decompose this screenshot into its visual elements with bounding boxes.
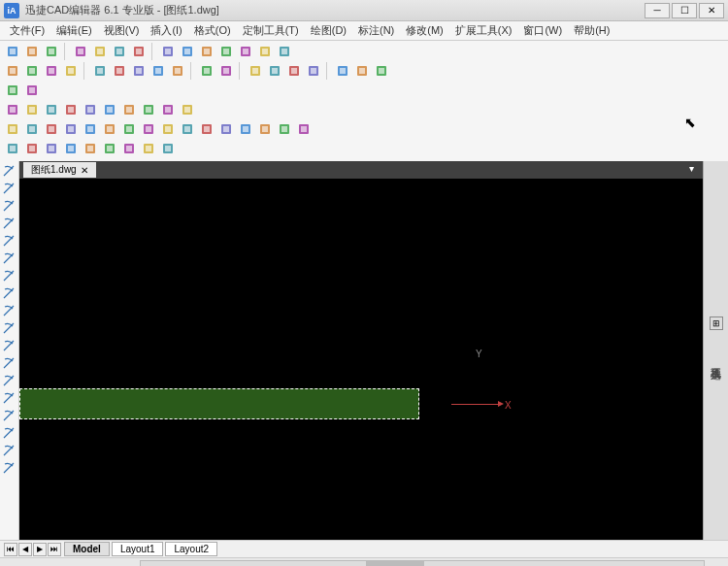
tool-palette-panel[interactable]: ⊞ 工具选项板 [703,161,728,540]
iso1-icon[interactable] [23,120,41,138]
drawing-viewport[interactable]: Y X [19,179,703,540]
folder-icon[interactable] [23,62,41,80]
search-icon[interactable] [82,140,99,157]
hatch-v-icon[interactable] [217,43,235,60]
open-icon[interactable] [23,43,41,60]
shape3-icon[interactable] [285,62,303,80]
hatch-h-icon[interactable] [237,43,254,60]
home-icon[interactable] [305,62,322,80]
dropdown-icon[interactable]: ▾ [689,163,701,175]
eye-icon[interactable] [4,120,21,138]
shape1-icon[interactable] [247,62,264,80]
polyline-icon[interactable] [1,181,17,196]
layout-last-button[interactable]: ⏭ [48,543,61,556]
layer-list-icon[interactable] [23,82,41,99]
cube3-icon[interactable] [140,120,157,138]
maximize-button[interactable]: ☐ [672,3,697,18]
box-icon[interactable] [198,43,215,60]
win4-icon[interactable] [159,140,177,157]
page-icon[interactable] [373,62,390,80]
window-icon[interactable] [4,140,21,157]
array3d-icon[interactable] [120,101,138,118]
menu-window[interactable]: 窗口(W) [517,21,568,40]
files-icon[interactable] [62,62,80,80]
expand-panel-icon[interactable]: ⊞ [710,316,723,330]
print-icon[interactable] [91,43,109,60]
tab-layout1[interactable]: Layout1 [112,542,164,556]
ellipse-arc-icon[interactable] [1,268,17,283]
win1-icon[interactable] [101,140,118,157]
photo-icon[interactable] [198,62,215,80]
tile2-icon[interactable] [43,140,60,157]
cylinder-icon[interactable] [43,101,60,118]
tile1-icon[interactable] [23,140,41,157]
layer1-icon[interactable] [91,62,109,80]
point-icon[interactable] [1,355,17,371]
menu-format[interactable]: 格式(O) [188,21,237,40]
mtext-icon[interactable] [1,460,17,476]
cube1-icon[interactable] [101,120,118,138]
sphere1-icon[interactable] [4,101,21,118]
shape2-icon[interactable] [266,62,283,80]
copy3d-icon[interactable] [101,101,118,118]
torus-icon[interactable] [82,101,99,118]
wcube3-icon[interactable] [198,120,215,138]
camera-icon[interactable] [217,62,235,80]
polygon-icon[interactable] [1,320,17,336]
cube2-icon[interactable] [120,120,138,138]
camera2-icon[interactable] [62,120,80,138]
line-icon[interactable] [1,163,17,179]
menu-file[interactable]: 文件(F) [4,21,50,40]
pentagon-icon[interactable] [1,338,17,353]
text-icon[interactable] [1,443,17,458]
menu-help[interactable]: 帮助(H) [568,21,615,40]
export-icon[interactable] [130,43,148,60]
world-icon[interactable] [82,120,99,138]
iso2-icon[interactable] [43,120,60,138]
wcube4-icon[interactable] [217,120,235,138]
menu-edit[interactable]: 编辑(E) [50,21,98,40]
3d-icon[interactable] [159,43,177,60]
box3d-icon[interactable] [140,101,157,118]
block-icon[interactable] [256,43,274,60]
menu-annotate[interactable]: 标注(N) [352,21,400,40]
circle-icon[interactable] [1,250,17,266]
tab-model[interactable]: Model [64,542,110,556]
wcube7-icon[interactable] [276,120,293,138]
ellipse-icon[interactable] [1,285,17,301]
arch2-icon[interactable] [353,62,371,80]
cone-icon[interactable] [62,101,80,118]
sphere2-icon[interactable] [23,101,41,118]
save-icon[interactable] [43,43,60,60]
preview-icon[interactable] [111,43,128,60]
wcube5-icon[interactable] [237,120,254,138]
disk-icon[interactable] [43,62,60,80]
horizontal-scrollbar[interactable] [0,557,728,566]
arc-icon[interactable] [1,216,17,231]
arch1-icon[interactable] [334,62,351,80]
grid1-icon[interactable] [62,140,80,157]
hatch-icon[interactable] [1,373,17,388]
new-icon[interactable] [4,43,21,60]
region-icon[interactable] [1,390,17,406]
rect-icon[interactable] [1,303,17,318]
drawing-tab[interactable]: 图纸1.dwg ✕ [23,162,96,178]
menu-ext-tools[interactable]: 扩展工具(X) [449,21,518,40]
tab-layout2[interactable]: Layout2 [165,542,217,556]
wrench-icon[interactable] [276,43,293,60]
wedge-icon[interactable] [159,101,177,118]
saveall-icon[interactable] [72,43,89,60]
wcube8-icon[interactable] [295,120,313,138]
menu-modify[interactable]: 修改(M) [400,21,449,40]
layer2-icon[interactable] [111,62,128,80]
layer3-icon[interactable] [130,62,148,80]
minimize-button[interactable]: ─ [645,3,670,18]
layer-blue-icon[interactable] [4,82,21,99]
globe-icon[interactable] [179,43,196,60]
menu-draw[interactable]: 绘图(D) [305,21,352,40]
canvas-area[interactable]: 图纸1.dwg ✕ ▾ Y X [19,161,703,540]
tab-close-icon[interactable]: ✕ [81,165,88,176]
close-button[interactable]: ✕ [699,3,724,18]
spline-icon[interactable] [1,198,17,214]
menu-view[interactable]: 视图(V) [98,21,146,40]
